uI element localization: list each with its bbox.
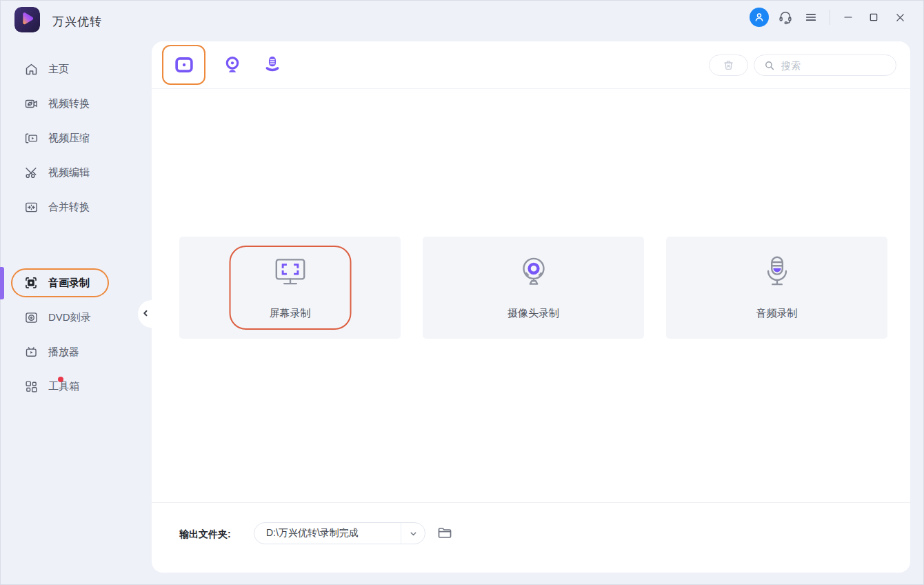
card-webcam-record[interactable]: 摄像头录制 xyxy=(423,237,644,339)
minimize-icon xyxy=(843,12,854,23)
sidebar-item-label: 合并转换 xyxy=(48,201,90,214)
user-icon xyxy=(753,11,765,23)
output-folder-path: D:\万兴优转\录制完成 xyxy=(266,527,401,539)
headset-icon xyxy=(778,10,793,25)
sidebar-item-label: 音画录制 xyxy=(48,277,90,290)
webcam-icon xyxy=(514,252,554,292)
minimize-button[interactable] xyxy=(838,8,858,27)
video-compress-icon xyxy=(23,130,39,146)
maximize-button[interactable] xyxy=(863,8,884,27)
app-title: 万兴优转 xyxy=(52,14,102,30)
home-icon xyxy=(23,61,39,77)
sidebar-item-label: 视频压缩 xyxy=(48,132,90,145)
microphone-icon xyxy=(757,252,797,292)
sidebar-item-video-convert[interactable]: 视频转换 xyxy=(0,89,152,118)
sidebar-item-label: 工具箱 xyxy=(48,380,79,393)
open-folder-button[interactable] xyxy=(436,525,454,542)
titlebar-separator xyxy=(830,10,830,25)
microphone-tab-icon xyxy=(262,54,283,75)
sidebar-item-video-compress[interactable]: 视频压缩 xyxy=(0,123,152,152)
bottom-divider xyxy=(152,502,910,503)
player-icon xyxy=(23,344,39,359)
search-input[interactable] xyxy=(781,60,885,71)
clear-list-button[interactable] xyxy=(709,54,748,76)
sidebar-item-label: 视频编辑 xyxy=(48,166,90,179)
card-screen-record[interactable]: 屏幕录制 xyxy=(179,237,401,339)
close-button[interactable] xyxy=(890,8,910,27)
sidebar-item-label: DVD刻录 xyxy=(48,311,91,324)
sidebar-item-label: 播放器 xyxy=(48,346,79,359)
app-logo xyxy=(14,7,40,32)
toolbox-icon xyxy=(23,379,39,394)
output-folder-label: 输出文件夹: xyxy=(179,528,231,541)
sidebar-item-home[interactable]: 主页 xyxy=(0,54,152,83)
folder-icon xyxy=(436,525,454,542)
support-button[interactable] xyxy=(776,8,795,27)
sidebar-collapse-button[interactable] xyxy=(138,300,165,328)
chevron-left-icon xyxy=(141,308,150,318)
sidebar-item-label: 视频转换 xyxy=(48,97,90,110)
card-label: 屏幕录制 xyxy=(179,307,401,320)
user-avatar-button[interactable] xyxy=(750,8,769,27)
tabs-divider xyxy=(152,88,910,89)
sidebar-item-dvd-burn[interactable]: DVD刻录 xyxy=(0,303,152,332)
screen-record-tab-icon xyxy=(173,54,195,76)
dvd-burn-icon xyxy=(23,310,39,325)
menu-button[interactable] xyxy=(801,8,821,27)
close-icon xyxy=(894,12,906,23)
sidebar-item-label: 主页 xyxy=(48,63,69,76)
sidebar-item-toolbox[interactable]: 工具箱 xyxy=(0,372,152,401)
sidebar-item-record[interactable]: 音画录制 xyxy=(0,268,152,297)
sidebar-item-player[interactable]: 播放器 xyxy=(0,337,152,366)
webcam-tab-icon xyxy=(222,54,243,75)
trash-icon xyxy=(722,59,735,72)
card-audio-record[interactable]: 音频录制 xyxy=(666,237,887,339)
monitor-record-icon xyxy=(270,252,310,292)
screen-record-icon xyxy=(23,275,39,290)
search-bar[interactable] xyxy=(754,54,896,76)
card-label: 摄像头录制 xyxy=(423,307,644,320)
output-folder-select[interactable]: D:\万兴优转\录制完成 xyxy=(254,522,425,544)
video-edit-icon xyxy=(23,165,39,180)
sidebar: 主页 视频转换 视频压缩 视频编辑 合并转换 音画录制 DVD刻 xyxy=(0,41,152,585)
tab-webcam-record[interactable] xyxy=(212,45,252,85)
tab-screen-record[interactable] xyxy=(162,45,205,85)
title-bar: 万兴优转 xyxy=(0,0,924,41)
hamburger-menu-icon xyxy=(804,10,818,24)
sidebar-item-video-edit[interactable]: 视频编辑 xyxy=(0,158,152,187)
main-panel: 屏幕录制 摄像头录制 音频录制 输出文件夹: D:\万兴优转\录制完成 xyxy=(152,41,910,573)
chevron-down-icon xyxy=(401,529,425,538)
maximize-icon xyxy=(868,12,879,23)
merge-convert-icon xyxy=(23,199,39,215)
card-label: 音频录制 xyxy=(666,307,887,320)
search-icon xyxy=(763,59,776,72)
video-convert-icon xyxy=(23,96,39,111)
sidebar-item-merge-convert[interactable]: 合并转换 xyxy=(0,192,152,221)
tab-audio-record[interactable] xyxy=(252,45,292,85)
